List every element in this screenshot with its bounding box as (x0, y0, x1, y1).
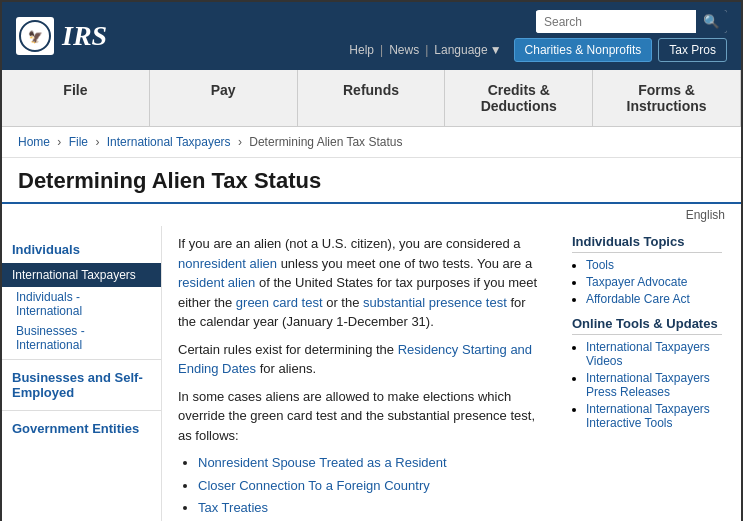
rt-taxpayer-advocate-item: Taxpayer Advocate (586, 275, 722, 289)
help-link[interactable]: Help (349, 43, 374, 57)
sidebar-international-link[interactable]: International Taxpayers (12, 268, 136, 282)
sep1: | (380, 43, 383, 57)
article-list: Nonresident Spouse Treated as a Resident… (198, 453, 546, 518)
tax-pros-button[interactable]: Tax Pros (658, 38, 727, 62)
svg-text:🦅: 🦅 (28, 29, 43, 44)
sidebar-sub-businesses-international[interactable]: Businesses - International (2, 321, 161, 355)
sidebar: Individuals International Taxpayers Indi… (2, 226, 162, 521)
irs-logo-text: IRS (62, 20, 107, 52)
rt-affordable-care-link[interactable]: Affordable Care Act (586, 292, 690, 306)
nav-credits-deductions[interactable]: Credits & Deductions (445, 70, 593, 126)
language-button[interactable]: Language ▼ (434, 43, 501, 57)
article-para-2: Certain rules exist for determining the … (178, 340, 546, 379)
breadcrumb: Home › File › International Taxpayers › … (2, 127, 741, 158)
rt-affordable-care-item: Affordable Care Act (586, 292, 722, 306)
breadcrumb-home[interactable]: Home (18, 135, 50, 149)
rt-press-releases-link[interactable]: International Taxpayers Press Releases (586, 371, 710, 399)
sidebar-item-international-taxpayers[interactable]: International Taxpayers (2, 263, 161, 287)
sidebar-businesses-link[interactable]: Businesses and Self-Employed (12, 370, 143, 400)
rt-videos-link[interactable]: International Taxpayers Videos (586, 340, 710, 368)
rt-interactive-tools-item: International Taxpayers Interactive Tool… (586, 402, 722, 430)
individuals-topics-list: Tools Taxpayer Advocate Affordable Care … (586, 258, 722, 306)
rt-taxpayer-advocate-link[interactable]: Taxpayer Advocate (586, 275, 687, 289)
sidebar-header-government[interactable]: Government Entities (2, 415, 161, 442)
nav-pay[interactable]: Pay (150, 70, 298, 126)
sidebar-divider-1 (2, 359, 161, 360)
green-card-test-link[interactable]: green card test (236, 295, 323, 310)
breadcrumb-international-taxpayers[interactable]: International Taxpayers (107, 135, 231, 149)
rt-press-releases-item: International Taxpayers Press Releases (586, 371, 722, 399)
article: If you are an alien (not a U.S. citizen)… (162, 226, 562, 521)
online-tools-list: International Taxpayers Videos Internati… (586, 340, 722, 430)
substantial-presence-link[interactable]: substantial presence test (363, 295, 507, 310)
online-tools-heading: Online Tools & Updates (572, 316, 722, 335)
language-badge: English (2, 204, 741, 226)
nav-refunds[interactable]: Refunds (298, 70, 446, 126)
list-item-1: Nonresident Spouse Treated as a Resident (198, 453, 546, 473)
list-item-2: Closer Connection To a Foreign Country (198, 476, 546, 496)
sidebar-header-businesses[interactable]: Businesses and Self-Employed (2, 364, 161, 406)
irs-logo: 🦅 IRS (16, 17, 107, 55)
search-input[interactable] (536, 11, 696, 33)
nonresident-spouse-link[interactable]: Nonresident Spouse Treated as a Resident (198, 455, 447, 470)
rt-videos-item: International Taxpayers Videos (586, 340, 722, 368)
top-bar: 🦅 IRS 🔍 Help | News | Language ▼ Chariti… (2, 2, 741, 70)
resident-alien-link[interactable]: resident alien (178, 275, 255, 290)
nav-bar: File Pay Refunds Credits & Deductions Fo… (2, 70, 741, 127)
rt-interactive-tools-link[interactable]: International Taxpayers Interactive Tool… (586, 402, 710, 430)
nav-forms-instructions[interactable]: Forms & Instructions (593, 70, 741, 126)
sidebar-sub-individuals-international[interactable]: Individuals - International (2, 287, 161, 321)
nonresident-alien-link[interactable]: nonresident alien (178, 256, 277, 271)
news-link[interactable]: News (389, 43, 419, 57)
sep2: | (425, 43, 428, 57)
sidebar-divider-2 (2, 410, 161, 411)
rt-tools-item: Tools (586, 258, 722, 272)
list-item-3: Tax Treaties (198, 498, 546, 518)
charities-nonprofits-button[interactable]: Charities & Nonprofits (514, 38, 653, 62)
closer-connection-link[interactable]: Closer Connection To a Foreign Country (198, 478, 430, 493)
sidebar-individuals-link[interactable]: Individuals (12, 242, 80, 257)
top-links: Help | News | Language ▼ Charities & Non… (349, 38, 727, 62)
main-layout: Individuals International Taxpayers Indi… (2, 226, 741, 521)
sidebar-individuals-international-link[interactable]: Individuals - International (16, 290, 82, 318)
individuals-topics-heading: Individuals Topics (572, 234, 722, 253)
rt-tools-link[interactable]: Tools (586, 258, 614, 272)
sidebar-government-link[interactable]: Government Entities (12, 421, 139, 436)
tax-treaties-link[interactable]: Tax Treaties (198, 500, 268, 515)
article-para-1: If you are an alien (not a U.S. citizen)… (178, 234, 546, 332)
sidebar-businesses-international-link[interactable]: Businesses - International (16, 324, 85, 352)
sidebar-header-individuals[interactable]: Individuals (2, 236, 161, 263)
search-button[interactable]: 🔍 (696, 10, 727, 33)
right-sidebar: Individuals Topics Tools Taxpayer Advoca… (562, 226, 732, 521)
article-para-3: In some cases aliens are allowed to make… (178, 387, 546, 446)
irs-logo-icon: 🦅 (16, 17, 54, 55)
nav-file[interactable]: File (2, 70, 150, 126)
search-bar[interactable]: 🔍 (536, 10, 727, 33)
page-title: Determining Alien Tax Status (18, 168, 725, 194)
breadcrumb-file[interactable]: File (69, 135, 88, 149)
page-title-bar: Determining Alien Tax Status (2, 158, 741, 204)
residency-dates-link[interactable]: Residency Starting and Ending Dates (178, 342, 532, 377)
top-right-controls: 🔍 Help | News | Language ▼ Charities & N… (349, 10, 727, 62)
language-label: English (686, 208, 725, 222)
breadcrumb-current: Determining Alien Tax Status (249, 135, 402, 149)
